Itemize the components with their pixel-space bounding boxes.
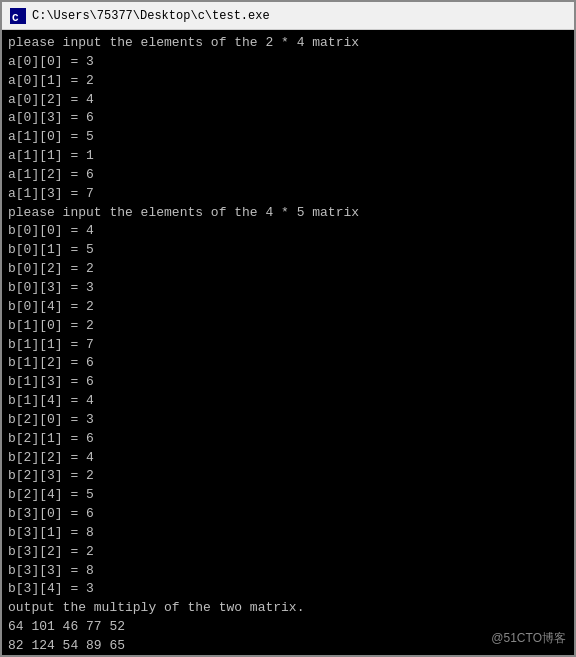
terminal-line: a[1][3] = 7 xyxy=(8,185,568,204)
terminal-line: a[1][1] = 1 xyxy=(8,147,568,166)
window: C C:\Users\75377\Desktop\c\test.exe plea… xyxy=(0,0,576,657)
terminal-line: b[1][3] = 6 xyxy=(8,373,568,392)
terminal-line: 64 101 46 77 52 xyxy=(8,618,568,637)
terminal-line: b[0][0] = 4 xyxy=(8,222,568,241)
watermark: @51CTO博客 xyxy=(491,630,566,647)
terminal-line: b[2][0] = 3 xyxy=(8,411,568,430)
terminal-line: b[0][2] = 2 xyxy=(8,260,568,279)
terminal-line: a[0][1] = 2 xyxy=(8,72,568,91)
terminal-line: b[0][4] = 2 xyxy=(8,298,568,317)
terminal-line: b[1][2] = 6 xyxy=(8,354,568,373)
terminal-line: a[0][2] = 4 xyxy=(8,91,568,110)
terminal-line: b[2][2] = 4 xyxy=(8,449,568,468)
svg-text:C: C xyxy=(12,12,19,24)
terminal-line: b[2][1] = 6 xyxy=(8,430,568,449)
terminal-line: a[0][3] = 6 xyxy=(8,109,568,128)
cmd-icon: C xyxy=(10,8,26,24)
terminal-line: b[2][3] = 2 xyxy=(8,467,568,486)
terminal-line: b[3][3] = 8 xyxy=(8,562,568,581)
terminal-line: b[3][4] = 3 xyxy=(8,580,568,599)
title-bar-text: C:\Users\75377\Desktop\c\test.exe xyxy=(32,9,270,23)
terminal-line: b[1][0] = 2 xyxy=(8,317,568,336)
terminal-line: b[2][4] = 5 xyxy=(8,486,568,505)
terminal-line: b[1][4] = 4 xyxy=(8,392,568,411)
terminal-line: a[0][0] = 3 xyxy=(8,53,568,72)
terminal-line: 82 124 54 89 65 xyxy=(8,637,568,655)
terminal-line: b[0][1] = 5 xyxy=(8,241,568,260)
terminal-line: output the multiply of the two matrix. xyxy=(8,599,568,618)
terminal-output: please input the elements of the 2 * 4 m… xyxy=(8,34,568,655)
terminal-line: b[3][2] = 2 xyxy=(8,543,568,562)
terminal-line: b[0][3] = 3 xyxy=(8,279,568,298)
terminal-line: b[3][1] = 8 xyxy=(8,524,568,543)
terminal-line: a[1][0] = 5 xyxy=(8,128,568,147)
terminal-line: b[3][0] = 6 xyxy=(8,505,568,524)
terminal-line: b[1][1] = 7 xyxy=(8,336,568,355)
terminal-line: please input the elements of the 2 * 4 m… xyxy=(8,34,568,53)
title-bar: C C:\Users\75377\Desktop\c\test.exe xyxy=(2,2,574,30)
terminal-line: a[1][2] = 6 xyxy=(8,166,568,185)
terminal-body: please input the elements of the 2 * 4 m… xyxy=(2,30,574,655)
terminal-line: please input the elements of the 4 * 5 m… xyxy=(8,204,568,223)
